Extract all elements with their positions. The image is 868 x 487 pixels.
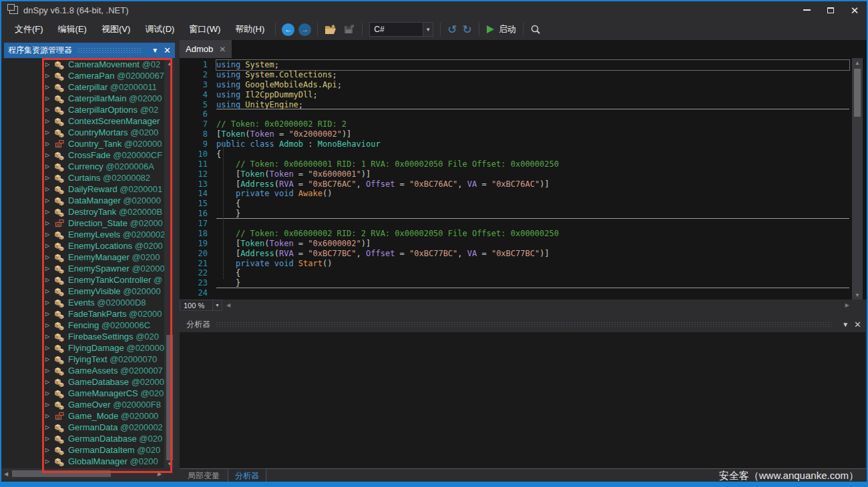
tree-horizontal-scrollbar[interactable]: ◀ ▶ [1, 468, 164, 479]
code-line[interactable]: 21 private void Start() [180, 259, 867, 269]
tree-item[interactable]: ▷DataManager @020000 [1, 195, 164, 206]
tree-item[interactable]: ▷Game_Mode @020000 [1, 410, 164, 422]
panel-close-icon[interactable]: ✕ [854, 320, 861, 330]
expand-arrow-icon[interactable]: ▷ [45, 95, 54, 101]
expand-arrow-icon[interactable]: ▷ [45, 311, 54, 317]
expand-arrow-icon[interactable]: ▷ [45, 254, 54, 260]
code-line[interactable]: 24 [180, 288, 867, 298]
expand-arrow-icon[interactable]: ▷ [45, 390, 54, 396]
search-icon[interactable] [530, 24, 541, 35]
minimize-button[interactable] [795, 1, 819, 19]
scroll-right-icon[interactable]: ▶ [155, 468, 164, 479]
expand-arrow-icon[interactable]: ▷ [45, 186, 54, 192]
expand-arrow-icon[interactable]: ▷ [45, 152, 54, 158]
language-select[interactable]: C# ▼ [369, 22, 433, 37]
panel-close-icon[interactable]: ✕ [164, 45, 171, 55]
tree-item[interactable]: ▷EnemyLevels @0200002 [1, 229, 164, 240]
code-line[interactable]: 3using GoogleMobileAds.Api; [180, 80, 867, 90]
expand-arrow-icon[interactable]: ▷ [45, 163, 54, 169]
code-line[interactable]: 6 [180, 109, 867, 119]
expand-arrow-icon[interactable]: ▷ [45, 231, 54, 237]
tree-item[interactable]: ▷EnemyTankController @ [1, 274, 164, 286]
expand-arrow-icon[interactable]: ▷ [45, 266, 54, 272]
tree-item[interactable]: ▷ContextScreenManager [1, 115, 164, 127]
expand-arrow-icon[interactable]: ▷ [45, 356, 54, 362]
tree-item[interactable]: ▷Events @020000D8 [1, 297, 164, 308]
scroll-down-icon[interactable]: ▼ [164, 459, 175, 468]
expand-arrow-icon[interactable]: ▷ [45, 220, 54, 226]
code-line[interactable]: 5using UnityEngine; [180, 100, 867, 110]
tree-item[interactable]: ▷CameraMovement @02 [1, 59, 164, 70]
expand-arrow-icon[interactable]: ▷ [45, 107, 54, 113]
menu-item[interactable]: 窗口(W) [182, 21, 227, 38]
expand-arrow-icon[interactable]: ▷ [45, 243, 54, 249]
expand-arrow-icon[interactable]: ▷ [45, 197, 54, 203]
code-line[interactable]: 18 // Token: 0x06000002 RID: 2 RVA: 0x00… [180, 229, 867, 239]
tree-scrollbar-thumb[interactable] [166, 335, 173, 460]
menu-item[interactable]: 视图(V) [95, 21, 137, 38]
code-line[interactable]: 22 { [180, 268, 867, 278]
analyzer-header[interactable]: 分析器 ▼ ✕ [182, 316, 865, 332]
tree-item[interactable]: ▷GameOver @020000F8 [1, 399, 164, 410]
expand-arrow-icon[interactable]: ▷ [45, 288, 54, 294]
expand-arrow-icon[interactable]: ▷ [45, 277, 54, 283]
expand-arrow-icon[interactable]: ▷ [45, 175, 54, 181]
expand-arrow-icon[interactable]: ▷ [45, 424, 54, 430]
tree-item[interactable]: ▷FlyingDamage @020000 [1, 342, 164, 354]
bottom-tab-inactive[interactable]: 局部变量 [181, 469, 226, 483]
code-line[interactable]: 14 private void Awake() [180, 189, 867, 199]
tree-item[interactable]: ▷EnemyVisible @020000 [1, 286, 164, 297]
code-editor[interactable]: 1using System;2using System.Collections;… [180, 58, 867, 300]
open-file-icon[interactable] [324, 24, 338, 35]
tree-item[interactable]: ▷GermanData @0200002 [1, 422, 164, 433]
tree-item[interactable]: ▷GameManagerCS @020 [1, 388, 164, 399]
code-line[interactable]: 9public class Admob : MonoBehaviour [180, 139, 867, 149]
tree-hscrollbar-thumb[interactable] [12, 470, 111, 477]
tree-vertical-scrollbar[interactable]: ▲ ▼ [164, 59, 175, 468]
redo-icon[interactable]: ↻ [463, 23, 472, 37]
tree-item[interactable]: ▷Curtains @02000082 [1, 172, 164, 183]
scroll-up-icon[interactable]: ▲ [164, 59, 175, 68]
code-line[interactable]: 13 [Address(RVA = "0xBC76AC", Offset = "… [180, 179, 867, 189]
tree-item[interactable]: ▷FadeTankParts @02000 [1, 308, 164, 320]
expand-arrow-icon[interactable]: ▷ [45, 209, 54, 215]
code-line[interactable]: 7// Token: 0x02000002 RID: 2 [180, 119, 867, 129]
tree-item[interactable]: ▷EnemyLocations @0200 [1, 240, 164, 252]
navigate-forward-button[interactable]: → [298, 23, 311, 36]
code-line[interactable]: 23 } [180, 278, 867, 288]
code-line[interactable]: 17 [180, 219, 867, 229]
code-line[interactable]: 19 [Token(Token = "0x6000002")] [180, 239, 867, 249]
close-button[interactable]: ✕ [843, 1, 867, 19]
tree-item[interactable]: ▷GameAssets @0200007 [1, 365, 164, 376]
expand-arrow-icon[interactable]: ▷ [45, 141, 54, 147]
code-line[interactable]: 10{ [180, 149, 867, 159]
menu-item[interactable]: 文件(F) [8, 21, 50, 38]
expand-arrow-icon[interactable]: ▷ [45, 413, 54, 419]
menu-item[interactable]: 调试(D) [138, 21, 181, 38]
tree-item[interactable]: ▷GlobalManager @0200 [1, 456, 164, 467]
tree-item[interactable]: ▷CaterpillarOptions @02 [1, 104, 164, 115]
tree-item[interactable]: ▷Direction_State @02000 [1, 217, 164, 229]
tree-item[interactable]: ▷Currency @0200006A [1, 161, 164, 172]
expand-arrow-icon[interactable]: ▷ [45, 436, 54, 442]
tree-item[interactable]: ▷FirebaseSettings @020 [1, 331, 164, 342]
expand-arrow-icon[interactable]: ▷ [45, 368, 54, 374]
code-line[interactable]: 20 [Address(RVA = "0xBC77BC", Offset = "… [180, 249, 867, 259]
tree-item[interactable]: ▷Caterpillar @02000011 [1, 81, 164, 93]
tree-item[interactable]: ▷Fencing @0200006C [1, 320, 164, 331]
code-line[interactable]: 1using System; [180, 60, 867, 70]
zoom-level-select[interactable]: 100 % [180, 300, 213, 311]
expand-arrow-icon[interactable]: ▷ [45, 402, 54, 408]
panel-menu-icon[interactable]: ▼ [842, 321, 849, 328]
panel-menu-icon[interactable]: ▼ [152, 47, 158, 54]
tree-item[interactable]: ▷CrossFade @020000CF [1, 149, 164, 161]
assembly-explorer-header[interactable]: 程序集资源管理器 ▼ ✕ [4, 43, 175, 58]
tree-item[interactable]: ▷DailyReward @0200001 [1, 183, 164, 195]
expand-arrow-icon[interactable]: ▷ [45, 73, 54, 79]
code-line[interactable]: 16 } [180, 209, 867, 219]
tree-item[interactable]: ▷DestroyTank @020000B [1, 206, 164, 217]
tree-item[interactable]: ▷GermanDataItem @020 [1, 444, 164, 456]
expand-arrow-icon[interactable]: ▷ [45, 129, 54, 135]
chevron-down-icon[interactable]: ▼ [213, 300, 222, 311]
scroll-right-icon[interactable]: ▶ [845, 302, 849, 308]
